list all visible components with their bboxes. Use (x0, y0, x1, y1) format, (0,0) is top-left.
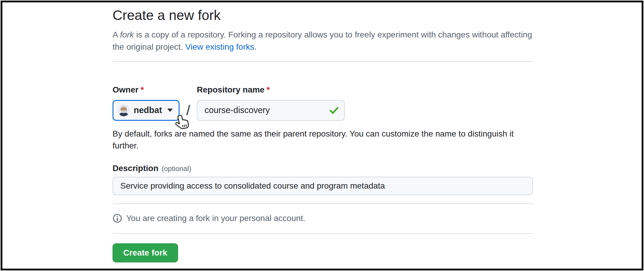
intro-prefix: A (113, 30, 120, 39)
owner-dropdown-button[interactable]: nedbat (113, 100, 180, 121)
chevron-down-icon (167, 109, 173, 112)
description-label: Description (113, 164, 158, 173)
intro-text: A fork is a copy of a repository. Forkin… (113, 29, 539, 53)
repository-field: Repository name* (197, 85, 345, 121)
personal-account-note-text: You are creating a fork in your personal… (126, 214, 305, 223)
divider-top (113, 61, 533, 62)
create-fork-page: Create a new fork A fork is a copy of a … (113, 7, 533, 262)
page-title: Create a new fork (113, 7, 533, 24)
check-icon (329, 105, 339, 116)
owner-selected-value: nedbat (134, 105, 162, 115)
description-label-row: Description (optional) (113, 164, 533, 173)
required-asterisk: * (141, 85, 144, 94)
owner-field: Owner* (113, 85, 180, 121)
description-input[interactable] (113, 177, 533, 195)
divider-bottom (113, 233, 533, 234)
owner-repo-separator: / (180, 100, 197, 121)
intro-body: is a copy of a repository. Forking a rep… (113, 30, 532, 51)
repository-label: Repository name* (197, 85, 345, 95)
owner-label: Owner* (113, 85, 180, 95)
repository-input-wrap (197, 100, 345, 121)
owner-repo-row: Owner* (113, 85, 533, 121)
personal-account-note: You are creating a fork in your personal… (113, 214, 533, 223)
intro-fork-word: fork (120, 30, 134, 39)
create-fork-button[interactable]: Create fork (113, 243, 178, 262)
repository-name-input[interactable] (197, 100, 345, 121)
divider-middle (113, 203, 533, 204)
info-icon (113, 214, 122, 223)
description-optional-marker: (optional) (161, 165, 191, 173)
required-asterisk: * (266, 85, 270, 94)
owner-avatar (118, 104, 130, 116)
view-existing-forks-link[interactable]: View existing forks. (185, 42, 256, 51)
fork-naming-note: By default, forks are named the same as … (113, 128, 539, 152)
